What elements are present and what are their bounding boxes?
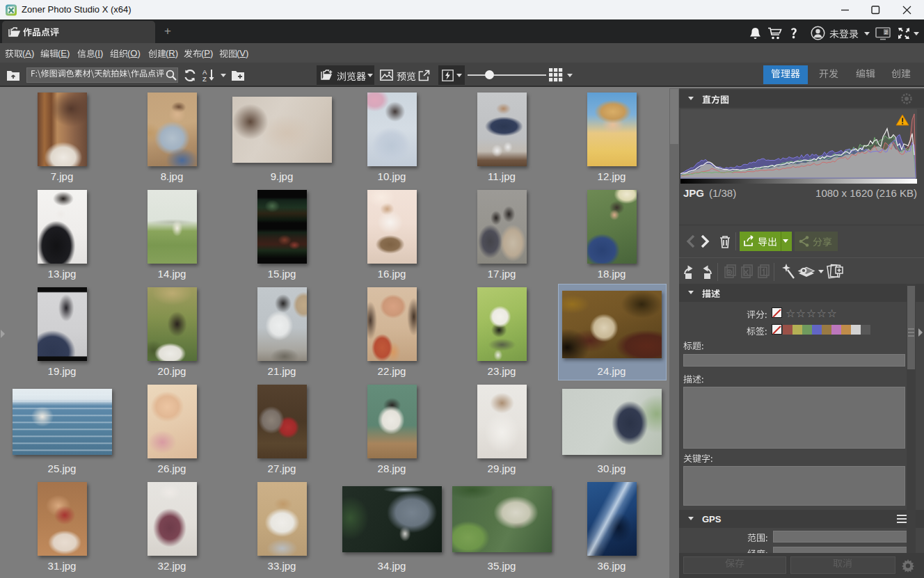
svg-text:Z: Z: [202, 75, 207, 82]
svg-text:2: 2: [884, 29, 888, 35]
